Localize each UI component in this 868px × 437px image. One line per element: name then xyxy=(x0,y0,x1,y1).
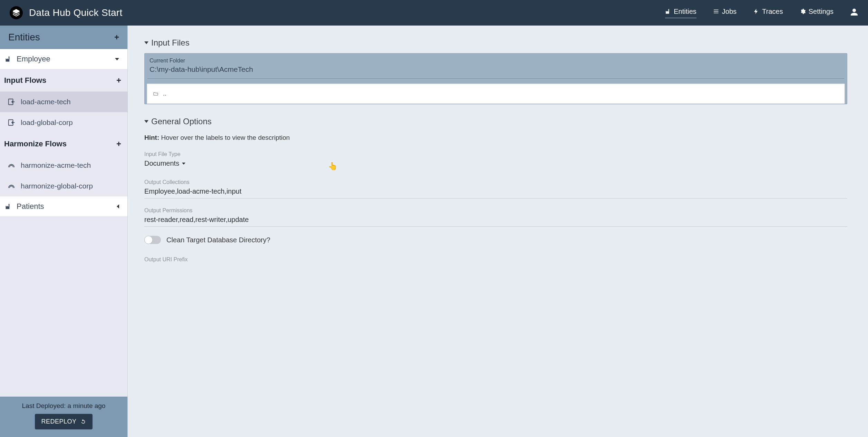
main-content[interactable]: Input Files Current Folder C:\my-data-hu… xyxy=(128,26,868,437)
import-icon xyxy=(8,98,15,106)
hint-prefix: Hint: xyxy=(144,134,159,141)
nav-settings[interactable]: Settings xyxy=(800,8,833,18)
current-folder-field[interactable]: Current Folder C:\my-data-hub\input\Acme… xyxy=(147,56,844,79)
input-file-type-value: Documents xyxy=(144,159,179,167)
parent-directory-row[interactable]: .. xyxy=(147,84,845,104)
input-flow-label: load-global-corp xyxy=(21,118,73,127)
current-folder-label: Current Folder xyxy=(150,58,842,64)
clean-target-label: Clean Target Database Directory? xyxy=(166,236,270,244)
output-permissions-input[interactable]: rest-reader,read,rest-writer,update xyxy=(144,216,847,227)
nav-traces-label: Traces xyxy=(762,8,783,16)
input-file-type-dropdown[interactable]: Documents xyxy=(144,159,185,170)
redeploy-button[interactable]: REDEPLOY xyxy=(35,414,92,429)
harmonize-flow-label: harmonize-global-corp xyxy=(21,182,93,190)
nav-entities-label: Entities xyxy=(674,8,697,16)
harmonize-flow-label: harmonize-acme-tech xyxy=(21,161,91,169)
input-flows-label: Input Flows xyxy=(4,76,46,85)
arc-icon xyxy=(8,182,15,190)
list-icon xyxy=(713,8,719,14)
user-icon xyxy=(850,8,858,16)
input-file-type-label: Input File Type xyxy=(144,151,847,157)
clean-target-toggle[interactable] xyxy=(144,236,161,244)
input-file-type-field: Input File Type Documents xyxy=(144,151,847,170)
nav-traces[interactable]: Traces xyxy=(753,8,783,18)
output-uri-prefix-label: Output URI Prefix xyxy=(144,256,847,263)
parent-directory-label: .. xyxy=(163,90,166,97)
output-permissions-label: Output Permissions xyxy=(144,207,847,214)
gear-icon xyxy=(800,8,806,14)
caret-down-icon xyxy=(144,120,148,123)
arc-icon xyxy=(8,162,15,169)
redeploy-label: REDEPLOY xyxy=(41,418,76,425)
general-options-title: General Options xyxy=(151,117,212,126)
entity-employee[interactable]: Employee xyxy=(0,49,127,69)
entity-employee-label: Employee xyxy=(17,55,50,64)
nav-items: Entities Jobs Traces Settings xyxy=(665,8,859,18)
output-uri-prefix-field: Output URI Prefix xyxy=(144,256,847,263)
nav-user[interactable] xyxy=(850,8,858,18)
top-nav: Data Hub Quick Start Entities Jobs Trace… xyxy=(0,0,868,26)
nav-entities[interactable]: Entities xyxy=(665,8,697,18)
output-collections-input[interactable]: Employee,load-acme-tech,input xyxy=(144,187,847,198)
input-flow-load-global-corp[interactable]: load-global-corp xyxy=(0,112,127,133)
bolt-icon xyxy=(753,8,759,14)
clean-target-row: Clean Target Database Directory? xyxy=(144,236,847,244)
entity-patients-label: Patients xyxy=(17,202,44,211)
sidebar-header: Entities + xyxy=(0,26,127,49)
input-flow-load-acme-tech[interactable]: load-acme-tech xyxy=(0,91,127,112)
input-files-panel: Current Folder C:\my-data-hub\input\Acme… xyxy=(144,53,847,104)
entity-patients[interactable]: Patients xyxy=(0,196,127,217)
harmonize-flow-acme-tech[interactable]: harmonize-acme-tech xyxy=(0,155,127,176)
caret-down-icon xyxy=(144,41,148,44)
input-files-title: Input Files xyxy=(151,38,190,48)
output-permissions-field: Output Permissions rest-reader,read,rest… xyxy=(144,207,847,227)
last-deployed-text: Last Deployed: a minute ago xyxy=(3,402,124,410)
output-collections-label: Output Collections xyxy=(144,179,847,185)
output-collections-field: Output Collections Employee,load-acme-te… xyxy=(144,179,847,198)
nav-settings-label: Settings xyxy=(809,8,833,16)
brand: Data Hub Quick Start xyxy=(10,6,123,19)
general-options-section-title[interactable]: General Options xyxy=(144,117,847,126)
brand-logo-icon xyxy=(10,6,23,19)
toggle-knob xyxy=(144,236,153,244)
current-folder-value: C:\my-data-hub\input\AcmeTech xyxy=(150,65,842,74)
factory-icon xyxy=(5,56,12,62)
refresh-icon xyxy=(80,419,86,425)
harmonize-flows-header: Harmonize Flows + xyxy=(0,133,127,155)
input-flows-header: Input Flows + xyxy=(0,69,127,91)
sidebar-header-label: Entities xyxy=(8,32,40,43)
add-harmonize-flow-button[interactable]: + xyxy=(116,139,121,149)
add-entity-button[interactable]: + xyxy=(114,32,119,42)
nav-jobs-label: Jobs xyxy=(722,8,736,16)
add-input-flow-button[interactable]: + xyxy=(116,76,121,85)
import-icon xyxy=(8,119,15,126)
input-flow-label: load-acme-tech xyxy=(21,98,71,106)
nav-jobs[interactable]: Jobs xyxy=(713,8,736,18)
factory-icon xyxy=(665,8,671,14)
harmonize-flows-label: Harmonize Flows xyxy=(4,139,67,148)
caret-down-icon xyxy=(182,163,185,165)
sidebar-footer: Last Deployed: a minute ago REDEPLOY xyxy=(0,397,127,437)
harmonize-flow-global-corp[interactable]: harmonize-global-corp xyxy=(0,176,127,196)
chevron-down-icon xyxy=(115,58,119,60)
sidebar: Entities + Employee Input Flows + load-a… xyxy=(0,26,128,437)
hint-text: Hover over the labels to view the descri… xyxy=(159,134,290,141)
folder-icon xyxy=(153,91,159,97)
input-files-section-title[interactable]: Input Files xyxy=(144,38,847,48)
brand-title: Data Hub Quick Start xyxy=(29,7,123,18)
factory-icon xyxy=(5,203,12,210)
chevron-left-icon xyxy=(117,204,119,208)
general-options-hint: Hint: Hover over the labels to view the … xyxy=(144,134,847,142)
